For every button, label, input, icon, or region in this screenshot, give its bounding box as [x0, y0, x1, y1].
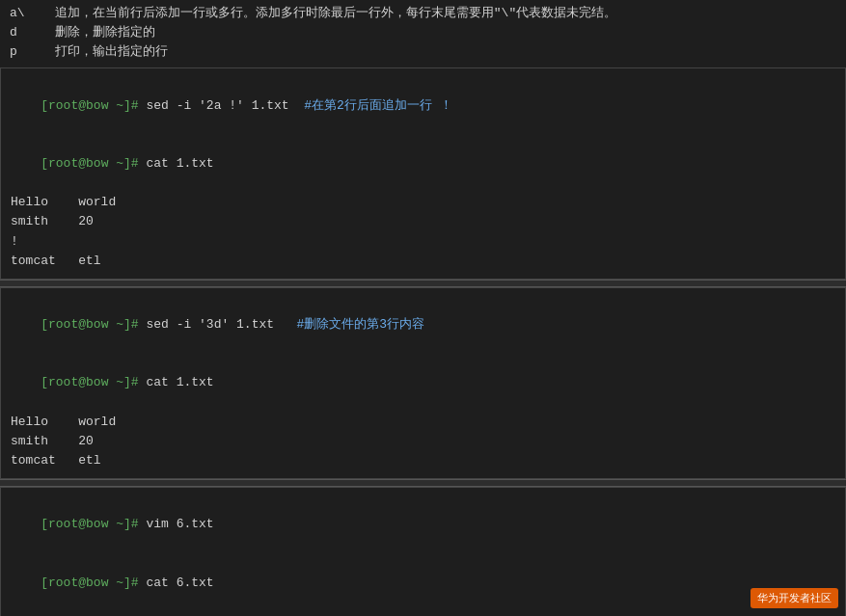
block3-out-1: abcd/home/bow — [11, 612, 835, 616]
cmd6-text: cat 6.txt — [146, 576, 213, 590]
prompt-3: [root@bow ~]# — [41, 317, 146, 332]
block2-output-2: smith 20 — [11, 432, 835, 451]
block2-cmd1: [root@bow ~]# sed -i '3d' 1.txt #删除文件的第3… — [11, 296, 835, 354]
prompt-5: [root@bow ~]# — [41, 517, 146, 531]
watermark: 华为开发者社区 — [750, 588, 838, 608]
info-line-3: p 打印，输出指定的行 — [10, 42, 836, 62]
block1-cmd2: [root@bow ~]# cat 1.txt — [11, 135, 835, 193]
block2-output-3: tomcat etl — [11, 451, 835, 470]
block1-output-3: ! — [11, 232, 835, 252]
block1-output-1: Hello world — [11, 193, 835, 212]
separator-1 — [0, 280, 846, 287]
top-info-block: a\ 追加，在当前行后添加一行或多行。添加多行时除最后一行外，每行末尾需要用"\… — [0, 0, 846, 67]
cmd1-comment: #在第2行后面追加一行 ！ — [304, 98, 451, 113]
cmd3-text: sed -i '3d' 1.txt — [146, 317, 288, 332]
cmd2-text: cat 1.txt — [146, 156, 213, 171]
info-line-1: a\ 追加，在当前行后添加一行或多行。添加多行时除最后一行外，每行末尾需要用"\… — [10, 4, 836, 23]
block3-cmd2: [root@bow ~]# cat 6.txt — [11, 554, 835, 612]
cmd5-text: vim 6.txt — [146, 517, 213, 531]
prompt-1: [root@bow ~]# — [41, 98, 146, 113]
block1-output-4: tomcat etl — [11, 252, 835, 271]
block1-output-2: smith 20 — [11, 212, 835, 231]
cmd4-text: cat 1.txt — [146, 375, 213, 389]
cmd1-text: sed -i '2a !' 1.txt — [146, 98, 304, 113]
block3-cmd1: [root@bow ~]# vim 6.txt — [11, 495, 835, 553]
prompt-6: [root@bow ~]# — [41, 576, 146, 590]
separator-2 — [0, 479, 846, 487]
info-line-2: d 删除，删除指定的 — [10, 23, 836, 42]
terminal-block-3: [root@bow ~]# vim 6.txt [root@bow ~]# ca… — [0, 487, 846, 616]
block1-cmd1: [root@bow ~]# sed -i '2a !' 1.txt #在第2行后… — [11, 76, 835, 134]
block2-output-1: Hello world — [11, 413, 835, 432]
prompt-4: [root@bow ~]# — [41, 375, 146, 389]
block2-cmd2: [root@bow ~]# cat 1.txt — [11, 354, 835, 412]
terminal-block-2: [root@bow ~]# sed -i '3d' 1.txt #删除文件的第3… — [0, 287, 846, 479]
cmd3-comment: #删除文件的第3行内容 — [289, 317, 424, 332]
terminal-block-1: [root@bow ~]# sed -i '2a !' 1.txt #在第2行后… — [0, 67, 846, 279]
prompt-2: [root@bow ~]# — [41, 156, 146, 171]
